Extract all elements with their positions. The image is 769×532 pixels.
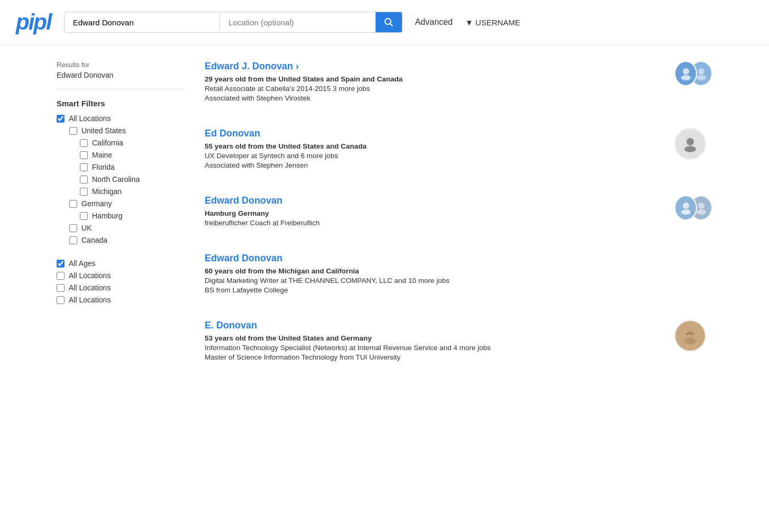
svg-point-3: [681, 75, 691, 80]
search-button[interactable]: [376, 12, 402, 32]
svg-point-7: [684, 146, 696, 152]
result-avatar-4: [674, 253, 712, 285]
filter-item-germany[interactable]: Germany: [57, 199, 184, 208]
checkbox-united-states[interactable]: [69, 127, 77, 135]
svg-point-10: [698, 203, 704, 209]
result-name-3[interactable]: Edward Donovan: [205, 195, 664, 206]
sidebar-divider: [57, 89, 184, 89]
result-card-2: Ed Donovan55 years old from the United S…: [205, 128, 712, 176]
result-line2-3: freiberuflicher Coach at Freiberuflich: [205, 219, 664, 227]
location-input[interactable]: [220, 13, 376, 32]
checkbox-canada[interactable]: [69, 236, 77, 244]
search-bar: [64, 12, 402, 33]
result-line1-3: Hamburg Germany: [205, 209, 664, 217]
svg-point-9: [681, 209, 691, 215]
smart-filters-label: Smart Filters: [57, 99, 184, 108]
result-avatar-1: [674, 61, 712, 86]
checkbox-north-carolina[interactable]: [80, 176, 88, 184]
result-name-2[interactable]: Ed Donovan: [205, 128, 664, 139]
svg-point-13: [684, 338, 696, 344]
filter-item-florida[interactable]: Florida: [57, 163, 184, 171]
checkbox-maine[interactable]: [80, 151, 88, 159]
results-for-query: Edward Donovan: [57, 71, 184, 79]
filter-item-north-carolina[interactable]: North Carolina: [57, 175, 184, 184]
filter-label-age-all-loc-2: All Locations: [69, 283, 111, 292]
result-name-4[interactable]: Edward Donovan: [205, 253, 664, 264]
svg-point-5: [697, 75, 706, 80]
checkbox-all-locations[interactable]: [57, 115, 65, 123]
checkbox-california[interactable]: [80, 139, 88, 147]
filter-item-age-all-loc-2[interactable]: All Locations: [57, 283, 184, 292]
filter-item-age-all-loc-3[interactable]: All Locations: [57, 296, 184, 304]
result-line2-2: UX Developer at Syntech and 6 more jobs: [205, 152, 664, 160]
filter-item-all-ages[interactable]: All Ages: [57, 259, 184, 268]
result-info-2: Ed Donovan55 years old from the United S…: [205, 128, 664, 171]
filter-item-maine[interactable]: Maine: [57, 151, 184, 159]
filter-label-age-all-loc-3: All Locations: [69, 296, 111, 304]
header-nav: Advanced ▼ USERNAME: [415, 17, 520, 27]
svg-point-8: [683, 203, 689, 209]
result-line2-4: Digital Marketing Writer at THE CHANNEL …: [205, 277, 664, 285]
result-line3-5: Master of Science Information Technology…: [205, 353, 664, 361]
name-input[interactable]: [65, 13, 220, 32]
result-line2-5: Information Technology Specialist (Netwo…: [205, 344, 664, 352]
filter-label-hamburg: Hamburg: [92, 212, 123, 220]
result-line3-1: Associated with Stephen Virostek: [205, 94, 664, 102]
checkbox-age-all-loc-2[interactable]: [57, 284, 65, 292]
username-display[interactable]: ▼ USERNAME: [465, 18, 520, 27]
filter-label-united-states: United States: [81, 126, 126, 135]
result-name-5[interactable]: E. Donovan: [205, 320, 664, 331]
checkbox-all-ages[interactable]: [57, 260, 65, 268]
svg-point-4: [698, 68, 704, 75]
checkbox-germany[interactable]: [69, 200, 77, 208]
filter-label-uk: UK: [81, 224, 91, 232]
result-name-1[interactable]: Edward J. Donovan ›: [205, 61, 664, 72]
filter-label-canada: Canada: [81, 236, 107, 244]
filter-label-michigan: Michigan: [92, 187, 122, 196]
result-line3-2: Associated with Stephen Jensen: [205, 161, 664, 169]
filter-label-germany: Germany: [81, 199, 112, 208]
filter-item-california[interactable]: California: [57, 139, 184, 147]
filter-label-age-all-loc-1: All Locations: [69, 271, 111, 280]
result-card-5: E. Donovan53 years old from the United S…: [205, 320, 712, 368]
result-line1-5: 53 years old from the United States and …: [205, 334, 664, 342]
filter-item-all-locations[interactable]: All Locations: [57, 114, 184, 123]
header: pipl Advanced ▼ USERNAME: [0, 0, 769, 45]
result-card-4: Edward Donovan60 years old from the Mich…: [205, 253, 712, 301]
filter-label-maine: Maine: [92, 151, 112, 159]
sidebar: Results for Edward Donovan Smart Filters…: [57, 61, 194, 387]
location-filter-group: All LocationsUnited StatesCaliforniaMain…: [57, 114, 184, 244]
result-line2-1: Retail Associate at Cabella's 2014-2015 …: [205, 85, 664, 93]
filter-item-michigan[interactable]: Michigan: [57, 187, 184, 196]
svg-line-1: [390, 24, 392, 26]
checkbox-uk[interactable]: [69, 224, 77, 232]
checkbox-florida[interactable]: [80, 163, 88, 171]
logo: pipl: [16, 10, 51, 35]
result-line1-4: 60 years old from the Michigan and Calif…: [205, 267, 664, 275]
advanced-link[interactable]: Advanced: [415, 17, 453, 27]
filter-label-all-ages: All Ages: [69, 259, 96, 268]
result-avatar-2: [674, 128, 712, 160]
svg-point-2: [683, 68, 689, 75]
svg-point-11: [697, 209, 706, 215]
checkbox-age-all-loc-1[interactable]: [57, 272, 65, 280]
result-info-5: E. Donovan53 years old from the United S…: [205, 320, 664, 363]
results-for-label: Results for: [57, 61, 184, 69]
main-layout: Results for Edward Donovan Smart Filters…: [41, 45, 728, 403]
result-line3-4: BS from Lafayette College: [205, 286, 664, 294]
filter-label-north-carolina: North Carolina: [92, 175, 140, 184]
result-line1-1: 29 years old from the United States and …: [205, 75, 664, 83]
result-info-4: Edward Donovan60 years old from the Mich…: [205, 253, 664, 296]
checkbox-hamburg[interactable]: [80, 212, 88, 220]
result-avatar-3: [674, 195, 712, 221]
filter-item-united-states[interactable]: United States: [57, 126, 184, 135]
filter-item-uk[interactable]: UK: [57, 224, 184, 232]
checkbox-michigan[interactable]: [80, 188, 88, 196]
filter-item-age-all-loc-1[interactable]: All Locations: [57, 271, 184, 280]
result-info-3: Edward DonovanHamburg Germanyfreiberufli…: [205, 195, 664, 228]
filter-item-hamburg[interactable]: Hamburg: [57, 212, 184, 220]
search-icon: [384, 17, 393, 27]
result-avatar-5: [674, 320, 712, 352]
checkbox-age-all-loc-3[interactable]: [57, 296, 65, 304]
filter-item-canada[interactable]: Canada: [57, 236, 184, 244]
